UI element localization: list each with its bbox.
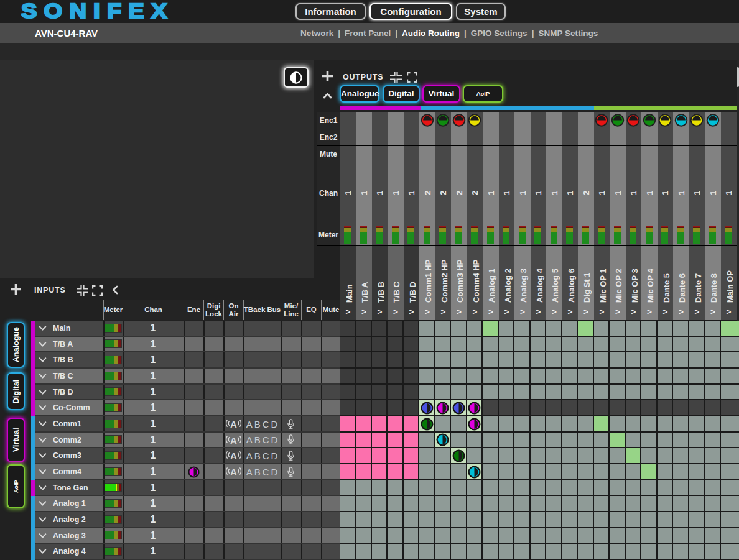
svg-text:A: A [230,419,237,429]
svg-text:A: A [230,451,237,461]
svg-text:A: A [230,435,237,446]
svg-text:A: A [230,467,237,477]
